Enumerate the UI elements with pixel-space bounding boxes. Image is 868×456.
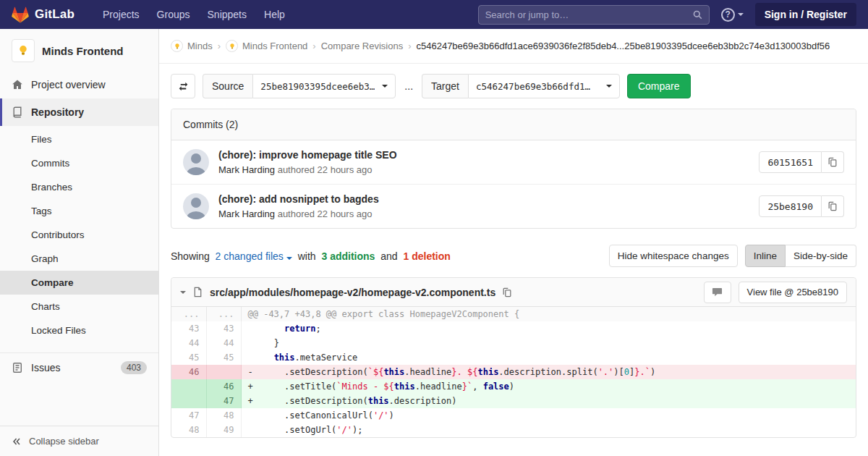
breadcrumb-label: Minds bbox=[187, 41, 213, 51]
sidebar-item-label: Repository bbox=[31, 106, 84, 118]
old-line-number[interactable]: 48 bbox=[171, 423, 206, 437]
commit-author-link[interactable]: Mark Harding bbox=[218, 208, 275, 219]
hide-whitespace-button[interactable]: Hide whitespace changes bbox=[609, 245, 738, 267]
new-line-number[interactable]: 45 bbox=[206, 350, 241, 365]
sidebar-item-repository[interactable]: Repository bbox=[0, 98, 158, 126]
chevron-down-icon bbox=[286, 257, 292, 260]
diff-table: ......@@ -43,7 +43,8 @@ export class Hom… bbox=[171, 307, 856, 437]
help-dropdown[interactable]: ? bbox=[721, 8, 744, 22]
new-line-number[interactable]: 48 bbox=[206, 408, 241, 423]
old-line-number[interactable]: 47 bbox=[171, 408, 206, 423]
code-line: return; bbox=[241, 321, 856, 336]
gitlab-logo-home-link[interactable]: GitLab bbox=[12, 7, 75, 23]
commit-row: (chore): add nosnippet to bagdes Mark Ha… bbox=[171, 185, 856, 228]
old-line-number[interactable]: 46 bbox=[171, 365, 206, 379]
new-line-number[interactable]: 49 bbox=[206, 423, 241, 437]
code-line: this.metaService bbox=[241, 350, 856, 365]
collapse-file-icon[interactable] bbox=[180, 291, 186, 294]
commit-author-link[interactable]: Mark Harding bbox=[218, 164, 275, 175]
old-line-number[interactable]: 44 bbox=[171, 336, 206, 350]
project-avatar-small bbox=[226, 40, 238, 52]
sidebar-item-issues[interactable]: Issues 403 bbox=[0, 352, 158, 382]
commit-byline: Mark Harding authored 22 hours ago bbox=[218, 208, 379, 219]
top-navbar: GitLab Projects Groups Snippets Help ? S… bbox=[0, 0, 868, 29]
project-sidebar: Minds Frontend Project overview Reposito… bbox=[0, 29, 159, 456]
question-mark-icon: ? bbox=[721, 8, 735, 22]
copy-sha-button[interactable] bbox=[822, 151, 844, 173]
gitlab-tanuki-icon bbox=[12, 7, 29, 23]
copy-file-path-button[interactable] bbox=[502, 287, 512, 297]
copy-sha-button[interactable] bbox=[822, 195, 844, 217]
new-line-number[interactable] bbox=[206, 365, 241, 379]
old-line-number[interactable]: 45 bbox=[171, 350, 206, 365]
breadcrumb-item-minds-frontend[interactable]: Minds Frontend bbox=[226, 40, 307, 52]
target-ref-value: c546247be69e3b66dfd1… bbox=[476, 81, 590, 92]
view-file-button[interactable]: View file @ 25be8190 bbox=[739, 282, 847, 303]
source-ref-group: Source 25be81903395dcee6eb3… bbox=[203, 74, 396, 98]
summary-with: with bbox=[298, 250, 316, 262]
search-input[interactable] bbox=[485, 9, 693, 20]
commits-panel-header: Commits (2) bbox=[171, 109, 856, 140]
nav-link-snippets[interactable]: Snippets bbox=[200, 4, 255, 25]
sidebar-item-commits[interactable]: Commits bbox=[0, 151, 158, 175]
inline-view-button[interactable]: Inline bbox=[745, 245, 786, 267]
old-line-number[interactable] bbox=[171, 379, 206, 394]
new-line-number[interactable]: 44 bbox=[206, 336, 241, 350]
sidebar-item-compare[interactable]: Compare bbox=[0, 271, 158, 295]
sidebar-item-contributors[interactable]: Contributors bbox=[0, 223, 158, 247]
breadcrumb-item-compare-revisions[interactable]: Compare Revisions bbox=[321, 41, 403, 51]
target-ref-dropdown[interactable]: c546247be69e3b66dfd1… bbox=[468, 74, 620, 98]
sidebar-item-project-overview[interactable]: Project overview bbox=[0, 71, 158, 98]
project-header-link[interactable]: Minds Frontend bbox=[0, 29, 158, 71]
swap-revisions-button[interactable] bbox=[171, 74, 195, 98]
nav-link-help[interactable]: Help bbox=[256, 4, 293, 25]
diff-summary-row: Showing 2 changed files with 3 additions… bbox=[159, 229, 868, 277]
search-icon bbox=[693, 10, 702, 20]
additions-count: 3 additions bbox=[321, 250, 375, 262]
code-line: - .setDescription(`${this.headline}. ${t… bbox=[241, 365, 856, 379]
sign-in-register-button[interactable]: Sign in / Register bbox=[755, 3, 856, 26]
commit-title-link[interactable]: (chore): add nosnippet to bagdes bbox=[218, 193, 379, 205]
repository-subitems: Files Commits Branches Tags Contributors… bbox=[0, 126, 158, 348]
author-avatar[interactable] bbox=[183, 149, 209, 175]
sidebar-item-locked-files[interactable]: Locked Files bbox=[0, 318, 158, 342]
old-line-number: ... bbox=[171, 307, 206, 321]
main-content: Minds › Minds Frontend › Compare Revisio… bbox=[159, 29, 868, 456]
nav-link-groups[interactable]: Groups bbox=[149, 4, 198, 25]
breadcrumb-label: Minds Frontend bbox=[242, 41, 307, 51]
new-line-number[interactable]: 47 bbox=[206, 394, 241, 408]
old-line-number[interactable]: 43 bbox=[171, 321, 206, 336]
collapse-sidebar-button[interactable]: Collapse sidebar bbox=[0, 426, 158, 456]
old-line-number[interactable] bbox=[171, 394, 206, 408]
code-line: } bbox=[241, 336, 856, 350]
search-box bbox=[478, 5, 710, 25]
diff-line-ctx: 4849 .setOgUrl('/'); bbox=[171, 423, 856, 437]
source-ref-dropdown[interactable]: 25be81903395dcee6eb3… bbox=[252, 74, 396, 98]
code-line: .setOgUrl('/'); bbox=[241, 423, 856, 437]
sidebar-item-files[interactable]: Files bbox=[0, 127, 158, 151]
navbar-links: Projects Groups Snippets Help bbox=[95, 4, 293, 25]
nav-link-projects[interactable]: Projects bbox=[95, 4, 148, 25]
side-by-side-view-button[interactable]: Side-by-side bbox=[786, 245, 856, 267]
author-avatar[interactable] bbox=[183, 193, 209, 219]
group-avatar bbox=[171, 40, 183, 52]
brand-name: GitLab bbox=[35, 7, 75, 22]
collapse-sidebar-label: Collapse sidebar bbox=[29, 436, 99, 447]
code-line: + .setDescription(this.description) bbox=[241, 394, 856, 408]
new-line-number[interactable]: 43 bbox=[206, 321, 241, 336]
commit-title-link[interactable]: (chore): improve homepage title SEO bbox=[218, 149, 397, 161]
toggle-comments-button[interactable] bbox=[704, 282, 731, 303]
new-line-number[interactable]: 46 bbox=[206, 379, 241, 394]
diff-line-ctx: 4444 } bbox=[171, 336, 856, 350]
changed-files-dropdown[interactable]: 2 changed files bbox=[216, 250, 292, 262]
sidebar-item-branches[interactable]: Branches bbox=[0, 175, 158, 199]
breadcrumb-item-minds[interactable]: Minds bbox=[171, 40, 213, 52]
diff-file-path: src/app/modules/homepage-v2/homepage-v2.… bbox=[210, 287, 495, 298]
compare-button[interactable]: Compare bbox=[627, 74, 691, 98]
summary-and: and bbox=[380, 250, 397, 262]
issues-count-badge: 403 bbox=[121, 361, 147, 374]
sidebar-item-tags[interactable]: Tags bbox=[0, 199, 158, 223]
diff-view-controls: Hide whitespace changes Inline Side-by-s… bbox=[609, 245, 856, 267]
sidebar-item-charts[interactable]: Charts bbox=[0, 295, 158, 318]
sidebar-item-graph[interactable]: Graph bbox=[0, 247, 158, 271]
